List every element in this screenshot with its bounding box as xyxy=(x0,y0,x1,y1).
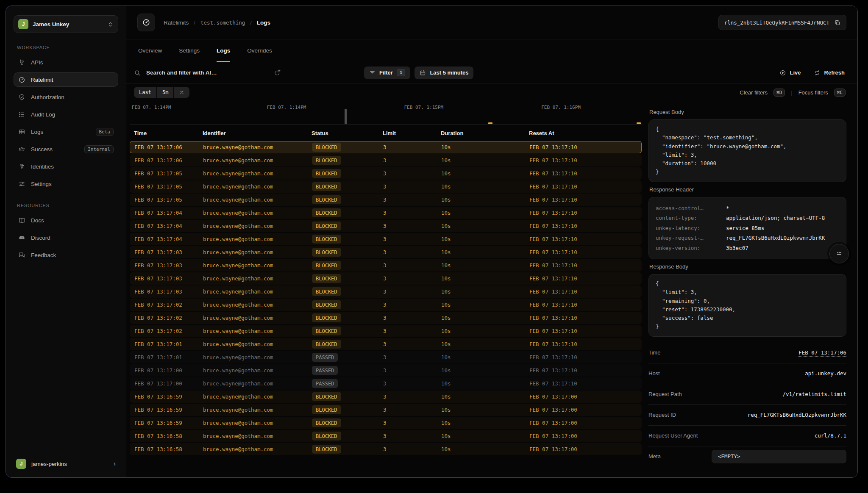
breadcrumb-namespace[interactable]: test.something xyxy=(200,19,245,26)
log-table-row[interactable]: FEB 07 13:16:58bruce.wayne@gotham.comBLO… xyxy=(130,430,642,442)
sidebar-item-label: Audit Log xyxy=(31,111,55,118)
sidebar-item-success[interactable]: SuccessInternal xyxy=(14,142,118,156)
focus-filters-shortcut: ⌘C xyxy=(834,89,846,97)
log-table-row[interactable]: FEB 07 13:17:04bruce.wayne@gotham.comBLO… xyxy=(130,233,642,245)
sidebar-item-ratelimit[interactable]: Ratelimit xyxy=(14,72,118,87)
live-label: Live xyxy=(790,69,801,76)
sidebar-item-badge: Internal xyxy=(84,145,114,153)
sidebar-item-logs[interactable]: LogsBeta xyxy=(14,125,118,139)
sidebar-item-settings[interactable]: Settings xyxy=(14,177,118,191)
cell-identifier: bruce.wayne@gotham.com xyxy=(199,393,308,400)
log-table-row[interactable]: FEB 07 13:16:59bruce.wayne@gotham.comBLO… xyxy=(130,404,642,416)
user-menu[interactable]: J james-perkins › xyxy=(14,459,118,469)
root-key-pill[interactable]: rlns_2nbt3LiTQeQykRF1nMSSF4JrNQCT xyxy=(718,15,846,30)
column-header-resets-at[interactable]: Resets At xyxy=(525,130,642,136)
table-icon xyxy=(18,128,25,136)
play-circle-icon xyxy=(779,69,786,76)
timeline-cursor[interactable] xyxy=(345,109,347,124)
clear-filters-label[interactable]: Clear filters xyxy=(740,89,768,96)
sidebar-section-label-workspace: WORKSPACE xyxy=(17,45,115,50)
log-table-row[interactable]: FEB 07 13:17:05bruce.wayne@gotham.comBLO… xyxy=(130,194,642,206)
log-table-row[interactable]: FEB 07 13:17:04bruce.wayne@gotham.comBLO… xyxy=(130,220,642,232)
sidebar-item-apis[interactable]: APIs xyxy=(14,55,118,69)
log-table-row[interactable]: FEB 07 13:17:01bruce.wayne@gotham.comBLO… xyxy=(130,338,642,350)
sidebar-item-authorization[interactable]: Authorization xyxy=(14,90,118,104)
log-table-row[interactable]: FEB 07 13:17:02bruce.wayne@gotham.comBLO… xyxy=(130,299,642,311)
cell-duration: 10s xyxy=(437,380,525,387)
cell-duration: 10s xyxy=(437,302,525,308)
logs-timeline[interactable]: FEB 07, 1:14PMFEB 07, 1:14PMFEB 07, 1:15… xyxy=(130,101,642,125)
column-header-status[interactable]: Status xyxy=(307,130,378,136)
cell-resets-at: FEB 07 13:17:10 xyxy=(525,144,641,150)
tab-logs[interactable]: Logs xyxy=(217,39,230,62)
filter-button[interactable]: Filter 1 xyxy=(364,66,410,79)
sidebar-item-badge: Beta xyxy=(96,128,114,136)
sidebar-item-audit-log[interactable]: Audit Log xyxy=(14,107,118,122)
column-header-identifier[interactable]: Identifier xyxy=(198,130,307,136)
cell-duration: 10s xyxy=(437,315,525,321)
log-table-row[interactable]: FEB 07 13:17:06bruce.wayne@gotham.comBLO… xyxy=(130,141,642,153)
copy-icon[interactable] xyxy=(834,19,840,26)
cell-identifier: bruce.wayne@gotham.com xyxy=(199,170,308,177)
workspace-selector[interactable]: J James Unkey xyxy=(14,15,118,33)
log-table-row[interactable]: FEB 07 13:17:06bruce.wayne@gotham.comBLO… xyxy=(130,154,642,166)
log-table-row[interactable]: FEB 07 13:17:05bruce.wayne@gotham.comBLO… xyxy=(130,180,642,193)
status-badge: BLOCKED xyxy=(312,405,341,414)
tab-settings[interactable]: Settings xyxy=(179,39,200,62)
log-table-row[interactable]: FEB 07 13:16:58bruce.wayne@gotham.comBLO… xyxy=(130,443,642,455)
cell-time: FEB 07 13:16:59 xyxy=(130,407,199,413)
sidebar-item-identities[interactable]: Identities xyxy=(14,159,118,174)
log-table-row[interactable]: FEB 07 13:17:03bruce.wayne@gotham.comBLO… xyxy=(130,285,642,298)
refresh-icon xyxy=(814,69,821,76)
column-header-limit[interactable]: Limit xyxy=(378,130,437,136)
sidebar-item-label: Docs xyxy=(31,217,44,224)
status-badge: BLOCKED xyxy=(312,143,341,152)
log-table-row[interactable]: FEB 07 13:16:59bruce.wayne@gotham.comBLO… xyxy=(130,391,642,403)
log-table-row[interactable]: FEB 07 13:17:03bruce.wayne@gotham.comBLO… xyxy=(130,246,642,258)
filter-chip-field[interactable]: Last xyxy=(134,87,156,98)
cell-limit: 3 xyxy=(379,197,437,203)
app-window: J James Unkey WORKSPACEAPIsRatelimitAuth… xyxy=(6,6,858,478)
log-table-row[interactable]: FEB 07 13:17:01bruce.wayne@gotham.comPAS… xyxy=(130,351,642,363)
tab-overview[interactable]: Overview xyxy=(138,39,162,62)
focus-filters-label[interactable]: Focus filters xyxy=(798,89,828,96)
sidebar-item-docs[interactable]: Docs xyxy=(14,213,118,227)
cell-resets-at: FEB 07 13:17:10 xyxy=(525,341,641,347)
sidebar-item-label: Discord xyxy=(31,235,50,241)
close-icon[interactable] xyxy=(174,87,189,98)
list-settings-icon[interactable] xyxy=(829,244,849,263)
live-button[interactable]: Live xyxy=(779,69,801,76)
sidebar-item-feedback[interactable]: Feedback xyxy=(14,248,118,262)
column-header-duration[interactable]: Duration xyxy=(437,130,525,136)
cell-time: FEB 07 13:17:05 xyxy=(130,197,199,203)
log-table-row[interactable]: FEB 07 13:17:00bruce.wayne@gotham.comPAS… xyxy=(130,364,642,377)
breadcrumb-ratelimits[interactable]: Ratelimits xyxy=(164,19,189,26)
search-box[interactable] xyxy=(134,69,274,76)
status-badge: BLOCKED xyxy=(312,169,341,178)
detail-field-label: Time xyxy=(648,349,660,356)
filter-chip-value[interactable]: 5m xyxy=(157,87,173,98)
log-table-row[interactable]: FEB 07 13:17:00bruce.wayne@gotham.comPAS… xyxy=(130,377,642,390)
refresh-button[interactable]: Refresh xyxy=(814,69,845,76)
log-table-row[interactable]: FEB 07 13:17:03bruce.wayne@gotham.comBLO… xyxy=(130,272,642,285)
log-table-row[interactable]: FEB 07 13:17:02bruce.wayne@gotham.comBLO… xyxy=(130,312,642,324)
log-table-row[interactable]: FEB 07 13:17:05bruce.wayne@gotham.comBLO… xyxy=(130,167,642,180)
detail-field-value[interactable]: FEB 07 13:17:06 xyxy=(798,349,846,356)
response-header-key: unkey-request-… xyxy=(656,233,720,243)
cell-time: FEB 07 13:17:04 xyxy=(130,236,199,242)
log-table-row[interactable]: FEB 07 13:17:04bruce.wayne@gotham.comBLO… xyxy=(130,207,642,219)
response-header-entry: access-control…* xyxy=(656,203,839,213)
sidebar-item-discord[interactable]: Discord xyxy=(14,230,118,245)
circle-plus-icon[interactable] xyxy=(274,69,281,76)
time-range-button[interactable]: Last 5 minutes xyxy=(415,66,473,79)
tab-overrides[interactable]: Overrides xyxy=(247,39,272,62)
search-input[interactable] xyxy=(145,69,274,76)
log-table-row[interactable]: FEB 07 13:16:59bruce.wayne@gotham.comBLO… xyxy=(130,417,642,429)
column-header-time[interactable]: Time xyxy=(130,130,198,136)
divider: | xyxy=(791,89,792,96)
log-table-row[interactable]: FEB 07 13:17:03bruce.wayne@gotham.comBLO… xyxy=(130,259,642,271)
cell-status: BLOCKED xyxy=(308,405,379,414)
log-table-row[interactable]: FEB 07 13:17:02bruce.wayne@gotham.comBLO… xyxy=(130,325,642,337)
cell-resets-at: FEB 07 13:17:10 xyxy=(525,170,641,177)
cell-status: BLOCKED xyxy=(308,340,379,349)
